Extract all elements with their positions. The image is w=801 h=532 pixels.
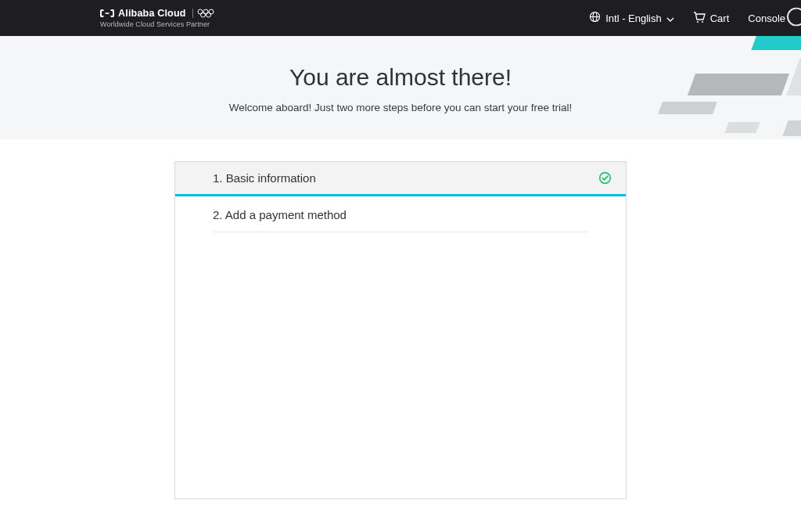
alibaba-cloud-logo-icon <box>100 9 114 18</box>
svg-point-9 <box>697 21 699 23</box>
chevron-down-icon <box>666 13 674 24</box>
globe-icon <box>589 11 601 25</box>
svg-point-2 <box>203 9 208 14</box>
banner: You are almost there! Welcome aboard! Ju… <box>0 36 801 139</box>
onboarding-card: 1. Basic information 2. Add a payment me… <box>174 161 627 499</box>
topbar-right: Intl - English Cart Console <box>589 11 785 26</box>
console-link[interactable]: Console <box>748 13 785 24</box>
svg-point-11 <box>788 9 801 26</box>
brand-name: Alibaba Cloud <box>118 8 186 19</box>
language-label: Intl - English <box>605 13 662 24</box>
step-1-label: 1. Basic information <box>213 171 316 185</box>
brand-tagline: Worldwide Cloud Services Partner <box>100 20 216 28</box>
brand-top: Alibaba Cloud <box>100 8 216 19</box>
cart-icon <box>693 11 706 26</box>
brand[interactable]: Alibaba Cloud Worldwide Cloud Services P… <box>100 0 216 36</box>
step-2-label: 2. Add a payment method <box>213 208 347 221</box>
topbar: Alibaba Cloud Worldwide Cloud Services P… <box>0 0 801 36</box>
content: 1. Basic information 2. Add a payment me… <box>0 139 801 499</box>
cart-label: Cart <box>710 13 730 24</box>
svg-point-5 <box>206 13 210 17</box>
svg-point-4 <box>200 13 205 17</box>
profile-partial-icon[interactable] <box>787 8 801 29</box>
step-basic-information[interactable]: 1. Basic information <box>175 162 626 196</box>
svg-point-12 <box>600 173 611 184</box>
check-circle-icon <box>598 171 612 185</box>
svg-point-10 <box>702 21 703 23</box>
svg-point-1 <box>198 9 203 14</box>
svg-point-3 <box>209 9 214 14</box>
olympic-rings-icon <box>192 9 216 18</box>
page-title: You are almost there! <box>0 64 801 91</box>
cart-link[interactable]: Cart <box>693 11 730 26</box>
page-subtitle: Welcome aboard! Just two more steps befo… <box>0 102 801 113</box>
step-add-payment[interactable]: 2. Add a payment method <box>175 196 626 232</box>
console-label: Console <box>748 13 785 24</box>
svg-rect-0 <box>106 13 110 14</box>
language-selector[interactable]: Intl - English <box>589 11 674 25</box>
